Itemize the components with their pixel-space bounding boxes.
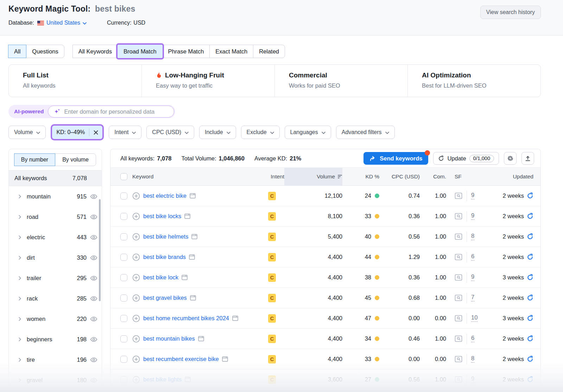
preset-card[interactable]: Low-Hanging Fruit Easy way to get traffi… xyxy=(141,65,274,97)
sort-toggle-option[interactable]: By number xyxy=(14,153,55,166)
intent-badge[interactable]: C xyxy=(268,212,276,221)
keyword-link[interactable]: best recumbent exercise bike xyxy=(143,356,219,362)
keyword-link[interactable]: best mountain bikes xyxy=(143,335,195,342)
serp-features-icon[interactable] xyxy=(455,213,462,220)
keyword-group-row[interactable]: rack 285 xyxy=(9,288,102,309)
eye-icon[interactable] xyxy=(90,316,97,322)
row-checkbox[interactable] xyxy=(120,213,127,220)
volume-filter-dropdown[interactable]: Volume xyxy=(8,126,46,139)
refresh-row-icon[interactable] xyxy=(527,213,533,220)
row-checkbox[interactable] xyxy=(120,274,127,281)
keyword-group-row[interactable]: women 220 xyxy=(9,309,102,329)
refresh-row-icon[interactable] xyxy=(527,335,533,342)
export-button[interactable] xyxy=(521,152,534,165)
keyword-link[interactable]: best electric bike xyxy=(143,192,186,199)
serp-snippet-icon[interactable] xyxy=(184,214,190,219)
eye-icon[interactable] xyxy=(90,357,97,362)
chevron-right-icon[interactable] xyxy=(19,378,21,382)
add-keyword-icon[interactable] xyxy=(132,233,140,241)
serp-snippet-icon[interactable] xyxy=(232,316,238,321)
sf-count[interactable]: 9 xyxy=(471,192,474,200)
add-keyword-icon[interactable] xyxy=(132,335,140,343)
select-all-checkbox[interactable] xyxy=(120,173,127,180)
chevron-right-icon[interactable] xyxy=(19,195,21,198)
col-intent[interactable]: Intent xyxy=(271,173,284,180)
eye-icon[interactable] xyxy=(90,194,97,199)
row-checkbox[interactable] xyxy=(120,376,127,383)
serp-snippet-icon[interactable] xyxy=(182,275,188,280)
serp-snippet-icon[interactable] xyxy=(190,295,196,301)
keyword-group-row[interactable]: tire 196 xyxy=(9,349,102,370)
chevron-right-icon[interactable] xyxy=(19,215,21,219)
eye-icon[interactable] xyxy=(90,296,97,301)
serp-features-icon[interactable] xyxy=(455,356,462,362)
chevron-right-icon[interactable] xyxy=(19,358,21,362)
refresh-row-icon[interactable] xyxy=(527,192,533,199)
sf-count[interactable]: 6 xyxy=(471,253,474,261)
scope-tab[interactable]: Questions xyxy=(26,45,64,58)
col-volume[interactable]: Volume xyxy=(317,173,335,180)
serp-features-icon[interactable] xyxy=(455,192,462,199)
intent-badge[interactable]: C xyxy=(268,273,276,282)
sort-toggle-option[interactable]: By volume xyxy=(55,153,96,166)
sort-descending-icon[interactable] xyxy=(338,175,342,179)
sf-count[interactable]: 9 xyxy=(471,213,474,220)
col-com[interactable]: Com. xyxy=(433,173,446,180)
keyword-link[interactable]: best gravel bikes xyxy=(143,295,187,301)
chevron-right-icon[interactable] xyxy=(19,337,21,341)
refresh-row-icon[interactable] xyxy=(527,356,533,362)
all-keywords-row[interactable]: All keywords 7,078 xyxy=(9,171,102,186)
eye-icon[interactable] xyxy=(90,235,97,240)
filter-dropdown[interactable]: Advanced filters xyxy=(336,126,395,139)
row-checkbox[interactable] xyxy=(120,335,127,342)
match-type-tab[interactable]: Related xyxy=(253,45,285,58)
keyword-group-row[interactable]: electric 443 xyxy=(9,227,102,247)
sf-count[interactable]: 8 xyxy=(471,355,474,363)
col-sf[interactable]: SF xyxy=(455,173,462,180)
keyword-group-row[interactable]: dirt 330 xyxy=(9,247,102,268)
keyword-link[interactable]: best bike lock xyxy=(143,274,178,281)
refresh-row-icon[interactable] xyxy=(527,315,533,322)
preset-card[interactable]: Commercial Works for paid SEO xyxy=(274,65,407,97)
serp-snippet-icon[interactable] xyxy=(189,254,195,260)
eye-icon[interactable] xyxy=(90,337,97,342)
col-kd[interactable]: KD % xyxy=(365,173,379,180)
row-checkbox[interactable] xyxy=(120,315,127,322)
sidebar-scrollbar[interactable] xyxy=(99,199,101,301)
intent-badge[interactable]: C xyxy=(268,294,276,302)
refresh-row-icon[interactable] xyxy=(527,295,533,301)
keyword-group-row[interactable]: road 571 xyxy=(9,207,102,227)
send-keywords-button[interactable]: Send keywords xyxy=(363,152,428,165)
add-keyword-icon[interactable] xyxy=(132,213,140,220)
filter-dropdown[interactable]: Languages xyxy=(285,126,331,139)
chevron-right-icon[interactable] xyxy=(19,235,21,239)
sf-count[interactable]: 8 xyxy=(471,233,474,240)
intent-badge[interactable]: C xyxy=(268,314,276,323)
keyword-group-row[interactable]: mountain 915 xyxy=(9,186,102,207)
serp-features-icon[interactable] xyxy=(455,233,462,240)
refresh-row-icon[interactable] xyxy=(527,254,533,260)
domain-input[interactable] xyxy=(64,108,168,115)
serp-features-icon[interactable] xyxy=(455,315,462,322)
view-search-history-button[interactable]: View search history xyxy=(480,6,541,19)
preset-card[interactable]: AI Optimization Best for LLM-driven SEO xyxy=(407,65,540,97)
row-checkbox[interactable] xyxy=(120,254,127,261)
intent-badge[interactable]: C xyxy=(268,233,276,241)
chevron-right-icon[interactable] xyxy=(19,276,21,280)
refresh-row-icon[interactable] xyxy=(527,376,533,383)
filter-dropdown[interactable]: Intent xyxy=(109,126,141,139)
keyword-group-row[interactable]: trailer 295 xyxy=(9,268,102,288)
serp-features-icon[interactable] xyxy=(455,335,462,342)
update-button[interactable]: Update 0/1,000 xyxy=(433,152,499,165)
row-checkbox[interactable] xyxy=(120,192,127,200)
match-type-tab[interactable]: Exact Match xyxy=(209,45,253,58)
match-type-tab[interactable]: All Keywords xyxy=(72,45,118,58)
add-keyword-icon[interactable] xyxy=(132,294,140,302)
settings-button[interactable] xyxy=(504,152,517,165)
keyword-group-row[interactable]: gravel 180 xyxy=(9,370,102,390)
filter-dropdown[interactable]: Include xyxy=(199,126,236,139)
eye-icon[interactable] xyxy=(90,276,97,281)
sf-count[interactable]: 7 xyxy=(471,294,474,302)
filter-dropdown[interactable]: CPC (USD) xyxy=(146,126,194,139)
keyword-link[interactable]: best home recumbent bikes 2024 xyxy=(143,315,229,322)
